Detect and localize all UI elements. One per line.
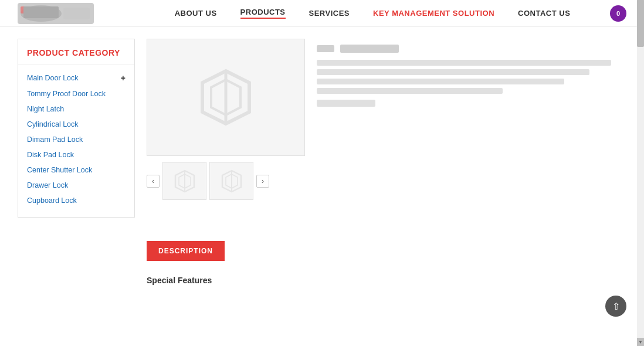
nav-key-management[interactable]: KEY MANAGEMENT SOLUTION [373,9,494,18]
product-icon-placeholder [317,45,334,52]
product-category-sidebar: PRODUCT CATEGORY Main Door Lock + Tommy … [18,39,135,218]
prev-thumbnail-button[interactable]: ‹ [147,175,160,188]
svg-rect-1 [63,8,90,19]
next-thumbnail-button[interactable]: › [256,175,269,188]
desc-line-3 [317,79,564,84]
svg-point-0 [21,5,62,22]
main-nav: ABOUT US PRODUCTS SERVICES KEY MANAGEMEN… [175,8,571,19]
thumbnail-row: ‹ › [147,162,305,200]
sidebar-item-drawer-lock[interactable]: Drawer Lock [18,178,134,193]
sidebar-item-label: Dimam Pad Lock [27,135,83,144]
sidebar-title: PRODUCT CATEGORY [18,48,134,65]
sidebar-item-label: Drawer Lock [27,181,68,189]
sidebar-item-dimam-pad-lock[interactable]: Dimam Pad Lock [18,132,134,147]
desc-line-2 [317,69,589,75]
thumbnail-2[interactable] [209,162,253,200]
scrollbar-thumb[interactable] [637,0,644,47]
product-price [317,100,375,107]
sidebar-item-main-door-lock[interactable]: Main Door Lock + [18,70,134,86]
nav-contact[interactable]: CONTACT US [518,9,570,18]
logo-area [18,3,135,24]
header: ABOUT US PRODUCTS SERVICES KEY MANAGEMEN… [0,0,644,27]
sidebar-item-label: Cupboard Lock [27,196,77,205]
sidebar-item-label: Cylindrical Lock [27,120,79,128]
main-product-image [147,39,305,156]
product-info-section: DESCRIPTION Special Features [0,241,644,297]
sidebar-item-label: Disk Pad Lock [27,151,74,159]
product-details [317,39,626,218]
company-logo [18,3,94,24]
sidebar-item-cylindrical-lock[interactable]: Cylindrical Lock [18,117,134,132]
sidebar-item-label: Night Latch [27,105,64,113]
nav-services[interactable]: SERVICES [309,9,350,18]
product-area: ‹ › [147,39,626,218]
product-description [317,60,626,94]
sidebar-item-night-latch[interactable]: Night Latch [18,101,134,117]
cart-icon[interactable]: 0 [610,5,626,22]
special-features-heading: Special Features [147,276,626,285]
main-layout: PRODUCT CATEGORY Main Door Lock + Tommy … [0,27,644,229]
sidebar-item-disk-pad-lock[interactable]: Disk Pad Lock [18,147,134,162]
product-name-area [317,45,626,53]
scrollbar[interactable]: ▲ ▼ [637,0,644,297]
sidebar-item-label: Center Shutter Lock [27,166,92,174]
sidebar-item-center-shutter-lock[interactable]: Center Shutter Lock [18,162,134,178]
nav-about[interactable]: ABOUT US [175,9,217,18]
sidebar-item-tommy-proof[interactable]: Tommy Proof Door Lock [18,86,134,101]
product-name-placeholder [340,45,399,53]
sidebar-item-label: Main Door Lock [27,74,79,82]
description-section: DESCRIPTION [147,241,626,261]
desc-line-4 [317,88,503,94]
thumbnail-1[interactable] [162,162,206,200]
image-gallery: ‹ › [147,39,305,218]
sidebar-item-cupboard-lock[interactable]: Cupboard Lock [18,193,134,208]
description-button[interactable]: DESCRIPTION [147,241,225,261]
nav-products[interactable]: PRODUCTS [240,8,286,19]
svg-rect-2 [21,6,28,13]
sidebar-expand-icon[interactable]: + [121,73,126,83]
desc-line-1 [317,60,611,66]
sidebar-item-label: Tommy Proof Door Lock [27,90,106,98]
